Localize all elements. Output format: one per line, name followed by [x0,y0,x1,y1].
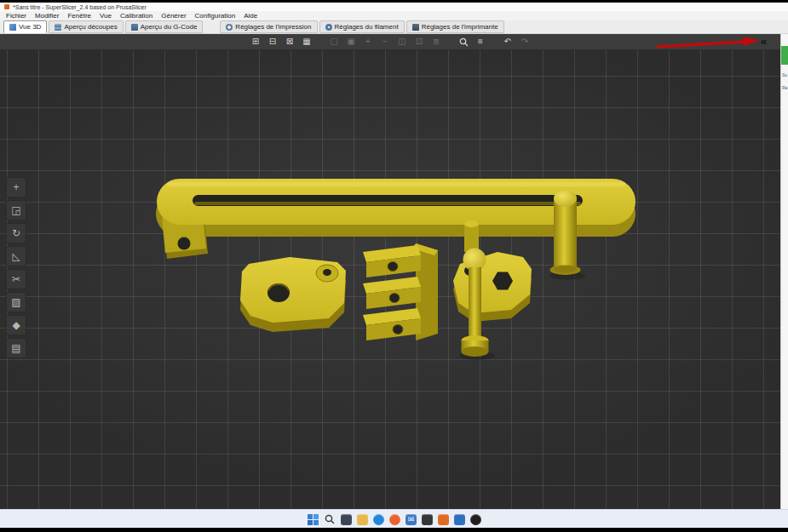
build-plate-scene [0,49,780,509]
menu-aide[interactable]: Aide [239,11,262,20]
viewport-3d[interactable]: ⊞ ⊟ ⊠ ▦ ▢ ▣ + − ◫ ⊡ ≣ ≡ ↶ ↷ « [0,34,780,509]
search-icon [459,37,469,47]
gear-icon [226,24,233,31]
taskbar-app-dark-button[interactable] [422,514,433,525]
search-button[interactable] [457,36,470,48]
tab-apercu-decoupes[interactable]: Aperçu découpes [49,20,123,33]
delete-object-button[interactable]: ⊟ [266,36,279,48]
tab-label: Aperçu du G-Code [141,23,198,31]
menu-calibration[interactable]: Calibration [116,11,157,20]
model-plate-left[interactable] [240,257,346,332]
taskbar-edge-button[interactable] [373,514,384,525]
arrange-button[interactable]: ▦ [300,36,313,48]
taskbar-search-button[interactable] [324,513,336,525]
tab-label: Aperçu découpes [64,23,117,31]
tabbar: Vue 3D Aperçu découpes Aperçu du G-Code … [0,20,788,34]
taskbar-app-black-button[interactable] [470,514,481,525]
taskbar-superslicer-button[interactable] [438,514,449,525]
seam-tool-button[interactable]: ◆ [6,315,26,335]
collapse-right-panel-button[interactable]: « [761,35,767,49]
panel-text-fragment: Ra [781,85,788,90]
cube-icon [9,24,16,31]
mail-icon: ✉ [408,516,415,523]
gcode-icon [131,24,138,31]
menu-fichier[interactable]: Fichier [2,11,31,20]
menu-vue[interactable]: Vue [95,11,116,20]
taskbar-task-view-button[interactable] [341,514,352,525]
titlebar: *Sans titre - SuperSlicer_2.4 based on P… [0,3,788,11]
add-instance-button[interactable]: + [361,36,375,48]
menu-fenetre[interactable]: Fenêtre [63,11,95,20]
copy-button[interactable]: ▢ [327,36,341,48]
viewport-toolbar: ⊞ ⊟ ⊠ ▦ ▢ ▣ + − ◫ ⊡ ≣ ≡ ↶ ↷ « [0,34,780,50]
delete-all-button[interactable]: ⊠ [283,36,296,48]
tab-apercu-gcode[interactable]: Aperçu du G-Code [125,20,204,33]
tab-reglages-filament[interactable]: Réglages du filament [319,20,405,33]
superslicer-window: *Sans titre - SuperSlicer_2.4 based on P… [0,0,788,532]
place-on-face-tool-button[interactable]: ◺ [6,246,26,266]
taskbar: ✉ [0,509,788,529]
printer-icon [412,24,419,31]
add-object-button[interactable]: ⊞ [249,36,262,48]
paint-supports-tool-button[interactable]: ▨ [6,292,26,312]
menubar: Fichier Modifier Fenêtre Vue Calibration… [0,11,788,20]
rotate-tool-button[interactable]: ↻ [6,223,26,243]
menu-generer[interactable]: Générer [157,11,190,20]
taskbar-firefox-button[interactable] [389,514,400,525]
tab-label: Réglages de l'imprimante [422,23,498,31]
taskbar-file-explorer-button[interactable] [357,514,368,525]
model-hinge-bracket-middle[interactable] [363,243,438,340]
menu-configuration[interactable]: Configuration [191,11,240,20]
taskbar-mail-button[interactable]: ✉ [406,514,417,525]
app-icon [4,4,9,9]
tab-label: Réglages de l'impression [235,23,311,31]
panel-text-fragment: Su [781,72,788,77]
variable-layer-button[interactable]: ≣ [429,36,443,48]
letterbox-bottom [0,528,788,532]
scale-tool-button[interactable]: ◲ [6,200,26,220]
variable-layers-tool-button[interactable]: ▤ [6,338,26,358]
undo-button[interactable]: ↶ [501,36,515,48]
split-objects-button[interactable]: ◫ [395,36,409,48]
tab-vue-3d[interactable]: Vue 3D [3,20,47,33]
redo-button[interactable]: ↷ [518,36,532,48]
filament-spool-icon [325,24,332,31]
menu-modifier[interactable]: Modifier [31,11,63,20]
move-tool-button[interactable]: + [6,177,26,197]
taskbar-center-icons: ✉ [307,513,481,525]
tab-label: Réglages du filament [335,23,399,31]
left-gizmo-toolbar: + ◲ ↻ ◺ ✂ ▨ ◆ ▤ [6,177,26,358]
remove-instance-button[interactable]: − [378,36,392,48]
tab-reglages-impression[interactable]: Réglages de l'impression [220,20,317,33]
taskbar-app-blue-button[interactable] [454,514,465,525]
tab-reglages-imprimante[interactable]: Réglages de l'imprimante [406,20,504,33]
cut-tool-button[interactable]: ✂ [6,269,26,289]
search-icon [325,514,335,524]
panel-green-indicator [781,46,788,65]
paste-button[interactable]: ▣ [344,36,358,48]
start-button[interactable] [307,513,319,525]
layers-list-button[interactable]: ≡ [474,36,487,48]
layers-icon [55,24,61,31]
right-panel-collapsed: Su Ra [780,34,788,509]
window-title: *Sans titre - SuperSlicer_2.4 based on P… [13,4,147,10]
tab-label: Vue 3D [19,23,41,31]
split-parts-button[interactable]: ⊡ [412,36,426,48]
windows-logo-icon [308,514,319,525]
